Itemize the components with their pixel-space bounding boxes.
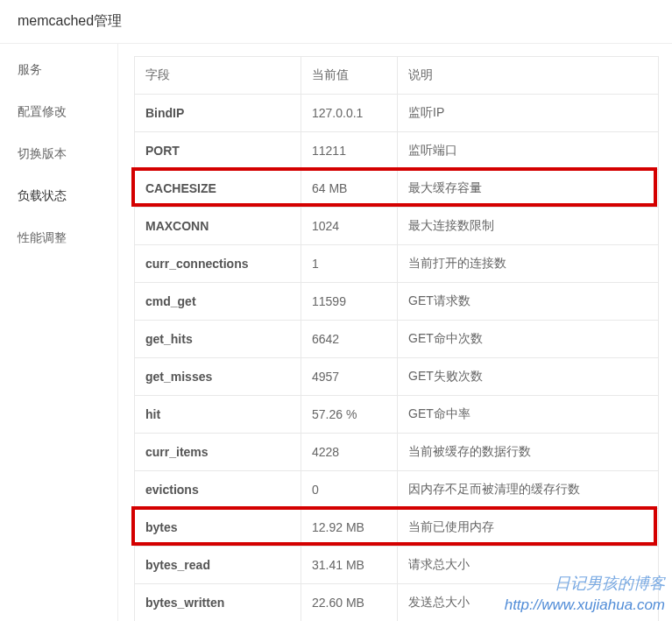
cell-field: PORT	[135, 132, 301, 170]
page-title: memcached管理	[0, 0, 672, 44]
cell-field: curr_connections	[135, 245, 301, 283]
cell-desc: GET失败次数	[398, 358, 659, 396]
sidebar-item-2[interactable]: 切换版本	[0, 133, 117, 175]
cell-value: 31.41 MB	[301, 547, 398, 584]
table-row: bytes12.92 MB当前已使用内存	[135, 509, 659, 547]
cell-desc: 监听端口	[398, 132, 659, 170]
table-header-row: 字段 当前值 说明	[135, 57, 659, 95]
table-row: cmd_get11599GET请求数	[135, 283, 659, 321]
cell-field: evictions	[135, 471, 301, 509]
cell-value: 4957	[301, 358, 398, 396]
cell-field: bytes	[135, 509, 301, 547]
cell-desc: GET命中率	[398, 396, 659, 434]
cell-value: 11599	[301, 283, 398, 321]
cell-value: 22.60 MB	[301, 584, 398, 622]
table-row: MAXCONN1024最大连接数限制	[135, 208, 659, 245]
cell-desc: 因内存不足而被清理的缓存行数	[398, 471, 659, 509]
table-row: CACHESIZE64 MB最大缓存容量	[135, 170, 659, 208]
cell-desc: GET命中次数	[398, 321, 659, 358]
table-row: hit57.26 %GET命中率	[135, 396, 659, 434]
table-row: PORT11211监听端口	[135, 132, 659, 170]
sidebar-item-0[interactable]: 服务	[0, 49, 117, 91]
cell-field: get_hits	[135, 321, 301, 358]
cell-desc: 当前已使用内存	[398, 509, 659, 547]
cell-value: 64 MB	[301, 170, 398, 208]
table-row: get_hits6642GET命中次数	[135, 321, 659, 358]
cell-value: 0	[301, 471, 398, 509]
cell-field: bytes_read	[135, 547, 301, 584]
cell-desc: 请求总大小	[398, 547, 659, 584]
table-row: curr_items4228当前被缓存的数据行数	[135, 434, 659, 471]
cell-value: 4228	[301, 434, 398, 471]
sidebar-item-1[interactable]: 配置修改	[0, 91, 117, 133]
sidebar-item-4[interactable]: 性能调整	[0, 217, 117, 259]
cell-field: hit	[135, 396, 301, 434]
th-field: 字段	[135, 57, 301, 95]
cell-field: cmd_get	[135, 283, 301, 321]
cell-desc: 当前被缓存的数据行数	[398, 434, 659, 471]
cell-field: get_misses	[135, 358, 301, 396]
cell-value: 57.26 %	[301, 396, 398, 434]
cell-field: CACHESIZE	[135, 170, 301, 208]
cell-field: curr_items	[135, 434, 301, 471]
sidebar-item-3[interactable]: 负载状态	[0, 175, 117, 217]
cell-field: MAXCONN	[135, 208, 301, 245]
th-value: 当前值	[301, 57, 398, 95]
table-row: curr_connections1当前打开的连接数	[135, 245, 659, 283]
cell-value: 127.0.0.1	[301, 95, 398, 132]
cell-desc: 当前打开的连接数	[398, 245, 659, 283]
cell-value: 6642	[301, 321, 398, 358]
table-row: get_misses4957GET失败次数	[135, 358, 659, 396]
cell-value: 1	[301, 245, 398, 283]
table-row: bytes_read31.41 MB请求总大小	[135, 547, 659, 584]
cell-value: 12.92 MB	[301, 509, 398, 547]
cell-desc: 监听IP	[398, 95, 659, 132]
table-row: evictions0因内存不足而被清理的缓存行数	[135, 471, 659, 509]
cell-desc: GET请求数	[398, 283, 659, 321]
th-desc: 说明	[398, 57, 659, 95]
table-row: BindIP127.0.0.1监听IP	[135, 95, 659, 132]
cell-desc: 最大连接数限制	[398, 208, 659, 245]
content-area: 字段 当前值 说明 BindIP127.0.0.1监听IPPORT11211监听…	[118, 44, 672, 621]
cell-field: bytes_written	[135, 584, 301, 622]
stats-table: 字段 当前值 说明 BindIP127.0.0.1监听IPPORT11211监听…	[134, 56, 659, 621]
cell-desc: 发送总大小	[398, 584, 659, 622]
sidebar: 服务配置修改切换版本负载状态性能调整	[0, 44, 118, 621]
cell-field: BindIP	[135, 95, 301, 132]
cell-value: 11211	[301, 132, 398, 170]
table-row: bytes_written22.60 MB发送总大小	[135, 584, 659, 622]
cell-value: 1024	[301, 208, 398, 245]
cell-desc: 最大缓存容量	[398, 170, 659, 208]
